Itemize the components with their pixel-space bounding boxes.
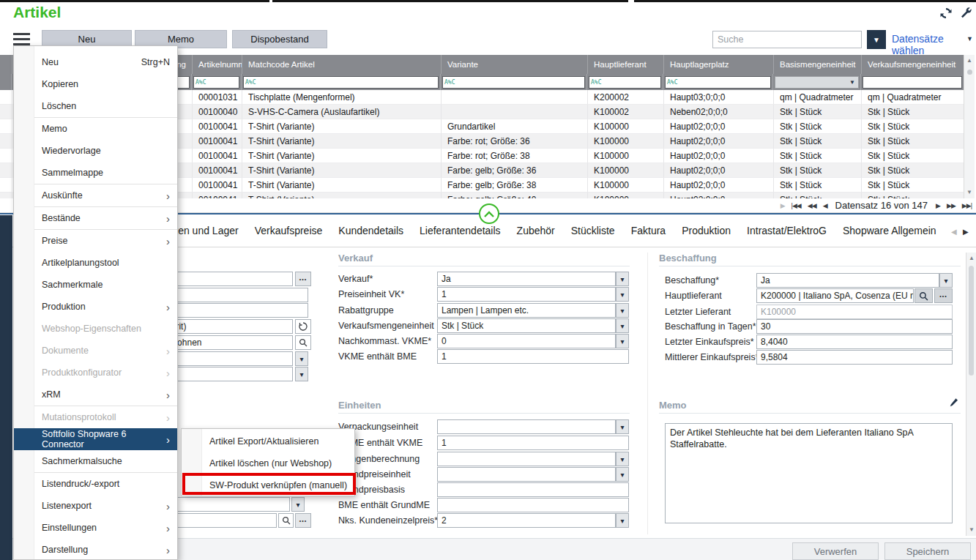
hauptlieferant-input[interactable]: K200000 | Italiano SpA, Cosenza (EU m. U… [756,288,914,303]
tabs-scroll-right-icon[interactable]: ▶ [963,228,969,236]
beschaffung-tage-input[interactable]: 30 [756,319,953,334]
scroll-up-icon[interactable]: ▲ [969,255,975,261]
verpackungseinheit-select[interactable] [437,419,616,434]
filter-artikelnummer[interactable]: A%C [192,74,242,90]
lookup-button[interactable] [278,513,294,528]
hamburger-menu-icon[interactable] [13,33,30,45]
menu-item-sachmerkmale[interactable]: Sachmerkmale [14,274,177,296]
menu-item-listendruck-export[interactable]: Listendruck/-export [14,473,177,495]
menu-item-preise[interactable]: Preise [14,230,177,252]
menu-item-produktion[interactable]: Produktion [14,296,177,318]
ellipsis-button[interactable] [295,272,311,286]
nachkommast-select[interactable]: 0 [437,334,616,348]
menu-item-memo[interactable]: Memo [14,118,177,140]
filter-verkaufsmengeneinheit[interactable] [861,74,964,90]
submenu-item-artikel-loeschen-webshop[interactable]: Artikel löschen (nur Webshop) [182,452,354,474]
hscroll-right-icon[interactable]: ▶ [781,202,785,209]
scrollbar-thumb[interactable] [969,266,974,376]
filter-hauptlieferant[interactable]: A%C [587,74,663,90]
search-input[interactable] [712,31,862,48]
dispobestand-button[interactable]: Dispobestand [232,30,327,48]
dropdown-button[interactable] [616,318,629,333]
first-record-button[interactable]: |◀◀ [791,202,801,209]
menu-item-xrm[interactable]: xRM [14,384,177,406]
dropdown-button[interactable] [295,367,308,381]
menu-item-bestaende[interactable]: Bestände [14,207,177,229]
beschaffung-select[interactable]: Ja [756,273,939,288]
dropdown-button[interactable] [295,351,308,366]
records-select-link[interactable]: Datensätze wählen [892,33,976,56]
menu-item-neu[interactable]: NeuStrg+N [14,51,177,73]
collapse-pane-button[interactable] [479,204,499,224]
collapsed-nav-strip[interactable] [0,215,12,560]
tab-shopware-allgemein[interactable]: Shopware Allgemein [843,225,936,236]
menu-item-auskuenfte[interactable]: Auskünfte [14,184,177,206]
ellipsis-button[interactable] [934,288,953,303]
tab-produktion[interactable]: Produktion [682,225,731,236]
menu-item-darstellung[interactable]: Darstellung [14,539,177,560]
ellipsis-button[interactable] [295,513,311,528]
tab-lieferantendetails[interactable]: Lieferantendetails [420,225,501,236]
filter-variante[interactable]: A%C [441,74,587,90]
mittlerer-ek-input[interactable]: 9,5804 [756,350,953,365]
menu-item-artikelplanungstool[interactable]: Artikelplanungstool [14,252,177,274]
next-record-button[interactable]: ▶ [936,202,940,209]
dropdown-button[interactable] [616,272,629,286]
nks-kundeneinzelpreis-select[interactable]: 2 [437,513,616,528]
rabattgruppe-select[interactable]: Lampen | Lampen etc. [437,303,616,318]
tab-kundendetails[interactable]: Kundendetails [338,225,403,236]
vkme-input[interactable]: 1 [437,349,629,364]
scroll-down-icon[interactable]: ▼ [969,526,975,533]
dropdown-button[interactable] [616,452,629,466]
grundpreiseinheit-select[interactable] [437,467,616,482]
tab-faktura[interactable]: Faktura [631,225,666,236]
dropdown-button[interactable] [616,303,629,318]
dropdown-button[interactable] [616,419,629,434]
edit-pencil-icon[interactable] [949,397,958,408]
column-variante[interactable]: Variante [442,55,588,74]
tab-stueckliste[interactable]: Stückliste [571,225,615,236]
lookup-button[interactable] [914,288,933,303]
verkauf-select[interactable]: Ja [437,272,616,286]
wrench-icon[interactable] [960,7,972,19]
vpme-input[interactable]: 1 [437,436,629,450]
form-scrollbar[interactable]: ▲ ▼ [966,253,976,536]
dropdown-button[interactable] [616,467,629,482]
menu-item-kopieren[interactable]: Kopieren [14,73,177,95]
menu-item-listenexport[interactable]: Listenexport [14,495,177,517]
memo-textarea[interactable]: Der Artikel Stehleuchte hat bei dem Lief… [665,423,953,523]
preiseinheit-select[interactable]: 1 [437,287,616,302]
menu-item-einstellungen[interactable]: Einstellungen [14,517,177,539]
scrollbar-thumb[interactable] [967,70,972,75]
dropdown-button[interactable] [939,273,953,288]
column-hauptlieferant[interactable]: Hauptlieferant [588,55,664,74]
fast-next-button[interactable]: ▶▶ [947,202,955,209]
tabs-scroll-left-icon[interactable]: ◀ [951,228,957,236]
dropdown-button[interactable] [616,513,629,528]
column-basismengeneinheit[interactable]: Basismengeneinheit [774,55,862,74]
tab-verkaufspreise[interactable]: Verkaufspreise [255,225,323,236]
menu-item-sammelmappe[interactable]: Sammelmappe [14,162,177,184]
column-artikelnummer[interactable]: Artikelnummer [193,55,242,74]
menu-item-softfolio-shopware-connector[interactable]: Softfolio Shopware 6 Connector [14,428,177,450]
bme-grundme-input[interactable] [437,498,629,512]
column-matchcode[interactable]: Matchcode Artikel [242,55,442,74]
letzter-ek-input[interactable]: 8,4040 [756,335,953,349]
mengenberechnung-select[interactable] [437,452,616,466]
tab-intrastat-elektrog[interactable]: Intrastat/ElektroG [747,225,827,236]
filter-matchcode[interactable]: A%C [242,74,441,90]
table-scrollbar[interactable]: ▲ ▼ [964,55,975,198]
scroll-up-icon[interactable]: ▲ [966,57,972,64]
search-filter-dropdown-button[interactable]: ▼ [867,30,886,49]
menu-item-loeschen[interactable]: Löschen [14,95,177,117]
discard-button[interactable]: Verwerfen [792,542,879,560]
save-button[interactable]: Speichern [884,542,971,560]
chevron-down-icon[interactable]: ▼ [966,35,973,42]
verkaufsmengeneinheit-select[interactable]: Stk | Stück [437,318,616,333]
dropdown-button[interactable] [291,497,305,512]
column-verkaufsmengeneinheit[interactable]: Verkaufsmengeneinheit [862,55,964,74]
submenu-item-artikel-export[interactable]: Artikel Export/Aktualisieren [182,430,354,452]
refresh-icon[interactable] [939,7,953,20]
tab-zubehoer[interactable]: Zubehör [517,225,555,236]
filter-hauptlagerplatz[interactable]: A%C [663,74,773,90]
